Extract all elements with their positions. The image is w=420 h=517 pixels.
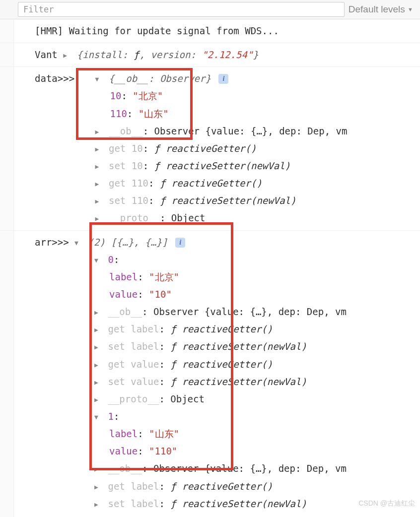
- caret-right-icon[interactable]: ▶: [95, 126, 103, 138]
- prop-value: "山东": [139, 108, 169, 119]
- prop-value: "北京": [133, 90, 163, 101]
- caret-right-icon[interactable]: ▶: [95, 178, 103, 190]
- caret-right-icon[interactable]: ▶: [94, 463, 102, 475]
- observer-preview[interactable]: Observer {value: {…}, dep: Dep, vm: [153, 463, 347, 474]
- caret-down-icon[interactable]: ▼: [95, 73, 103, 85]
- setter-key: set value: [108, 376, 159, 387]
- object-header[interactable]: {__ob__: Observer}: [109, 73, 211, 84]
- prop-key-dim: __ob__: [109, 126, 143, 136]
- getter-key: get 10: [109, 143, 143, 154]
- log-row-hmr: [HMR] Waiting for update signal from WDS…: [0, 19, 420, 43]
- prop-value: "北京": [149, 271, 179, 282]
- prop-key: label: [109, 271, 138, 282]
- levels-label: Default levels: [349, 4, 405, 14]
- prop-key-dim: __ob__: [108, 463, 142, 474]
- console-output: [HMR] Waiting for update signal from WDS…: [0, 19, 420, 514]
- log-row-data: data>>> ▼ {__ob__: Observer} i 10: "北京" …: [0, 67, 420, 230]
- setter-key: set 110: [109, 195, 148, 206]
- prop-key: 110: [110, 108, 127, 119]
- array-header[interactable]: (2) [{…}, {…}]: [88, 237, 168, 248]
- caret-right-icon[interactable]: ▶: [94, 359, 102, 371]
- index-key: 0: [108, 254, 113, 265]
- getter-key: get label: [108, 323, 159, 334]
- caret-down-icon[interactable]: ▼: [94, 255, 102, 266]
- observer-preview[interactable]: Observer {value: {…}, dep: Dep, vm: [153, 306, 347, 317]
- getter-key: get value: [108, 359, 159, 370]
- caret-right-icon[interactable]: ▶: [95, 195, 103, 207]
- proto-key: __proto__: [109, 212, 160, 223]
- prop-value: "110": [149, 446, 177, 456]
- console-toolbar: Default levels ▼: [0, 0, 420, 19]
- index-key: 1: [108, 411, 113, 422]
- info-icon[interactable]: i: [218, 74, 228, 84]
- caret-right-icon[interactable]: ▶: [94, 377, 102, 388]
- log-levels-dropdown[interactable]: Default levels ▼: [345, 4, 417, 15]
- log-label: Vant: [35, 49, 58, 60]
- prop-key: value: [109, 289, 138, 300]
- caret-right-icon[interactable]: ▶: [63, 50, 71, 62]
- getter-key: get label: [108, 481, 159, 492]
- proto-value: Object: [170, 393, 205, 404]
- proto-value: Object: [171, 212, 206, 223]
- filter-input[interactable]: [18, 2, 345, 17]
- log-row-arr: arr>>> ▼ (2) [{…}, {…}] i ▼ 0: label: "北…: [0, 231, 420, 514]
- log-label: arr>>>: [35, 237, 69, 248]
- caret-right-icon[interactable]: ▶: [94, 394, 102, 406]
- caret-right-icon[interactable]: ▶: [94, 324, 102, 336]
- chevron-down-icon: ▼: [408, 6, 413, 12]
- prop-key-dim: __ob__: [108, 306, 142, 317]
- caret-right-icon[interactable]: ▶: [95, 143, 103, 155]
- prop-value: "山东": [149, 428, 179, 439]
- getter-key: get 110: [109, 178, 148, 189]
- log-label: data>>>: [35, 73, 74, 84]
- object-preview[interactable]: {install: ƒ, version: "2.12.54"}: [77, 49, 259, 60]
- info-icon[interactable]: i: [175, 238, 185, 248]
- prop-key: label: [109, 428, 138, 439]
- setter-key: set label: [108, 498, 159, 509]
- log-text: [HMR] Waiting for update signal from WDS…: [35, 25, 279, 36]
- proto-key: __proto__: [108, 393, 159, 404]
- caret-down-icon[interactable]: ▼: [94, 411, 102, 423]
- caret-right-icon[interactable]: ▶: [94, 341, 102, 353]
- observer-preview[interactable]: Observer {value: {…}, dep: Dep, vm: [154, 126, 348, 136]
- caret-right-icon[interactable]: ▶: [94, 499, 102, 511]
- setter-key: set label: [108, 341, 159, 352]
- prop-key: value: [109, 446, 138, 456]
- caret-right-icon[interactable]: ▶: [94, 307, 102, 319]
- watermark: CSDN @古迪红尘: [358, 499, 415, 508]
- setter-key: set 10: [109, 160, 143, 171]
- caret-down-icon[interactable]: ▼: [74, 237, 82, 249]
- prop-value: "10": [149, 289, 172, 300]
- prop-key: 10: [110, 90, 122, 101]
- caret-right-icon[interactable]: ▶: [95, 161, 103, 173]
- caret-right-icon[interactable]: ▶: [95, 213, 103, 225]
- log-row-vant: Vant ▶ {install: ƒ, version: "2.12.54"}: [0, 43, 420, 67]
- caret-right-icon[interactable]: ▶: [94, 481, 102, 493]
